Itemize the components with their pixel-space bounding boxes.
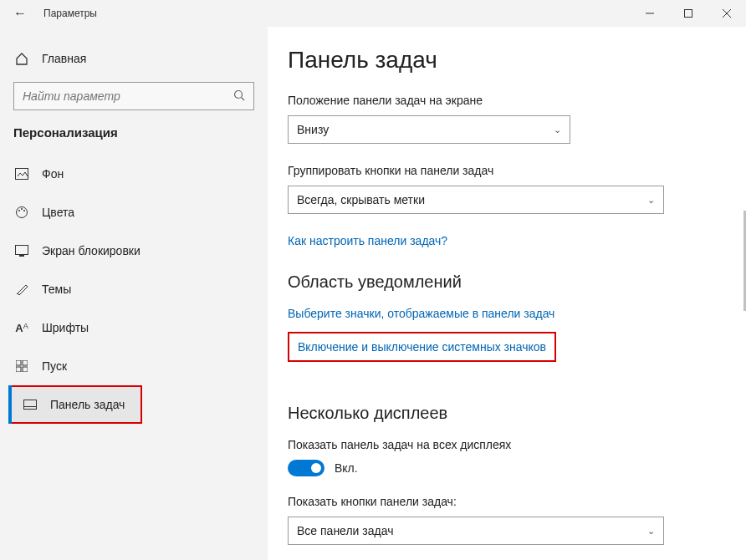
home-icon	[13, 52, 30, 65]
sidebar-item-start[interactable]: Пуск	[0, 347, 268, 385]
svg-rect-12	[19, 255, 24, 257]
nav-label: Фон	[42, 167, 64, 181]
back-button[interactable]: ←	[0, 0, 40, 27]
select-icons-link[interactable]: Выберите значки, отображаемые в панели з…	[288, 307, 721, 320]
picture-icon	[13, 168, 30, 180]
sidebar-item-colors[interactable]: Цвета	[0, 193, 268, 232]
svg-rect-16	[23, 367, 28, 372]
home-label: Главная	[42, 52, 86, 65]
window-title: Параметры	[40, 8, 97, 19]
svg-rect-1	[685, 10, 692, 18]
system-icons-link[interactable]: Включение и выключение системных значков	[288, 332, 556, 362]
window-controls	[631, 0, 746, 27]
sidebar-item-themes[interactable]: Темы	[0, 270, 268, 308]
category-heading: Персонализация	[0, 125, 268, 155]
minimize-icon	[646, 9, 654, 18]
close-icon	[723, 9, 731, 18]
page-title: Панель задач	[288, 47, 721, 74]
title-bar: ← Параметры	[0, 0, 746, 27]
sidebar: Главная Персонализация Фон Цвета Экран б…	[0, 27, 268, 560]
start-icon	[13, 360, 30, 372]
svg-rect-17	[24, 400, 37, 410]
svg-point-4	[235, 90, 243, 98]
sidebar-item-lockscreen[interactable]: Экран блокировки	[0, 232, 268, 270]
customize-link[interactable]: Как настроить панели задач?	[288, 234, 721, 247]
nav-label: Темы	[42, 283, 71, 296]
group-label: Группировать кнопки на панели задач	[288, 164, 721, 177]
sidebar-item-background[interactable]: Фон	[0, 155, 268, 193]
maximize-button[interactable]	[669, 0, 708, 27]
home-nav[interactable]: Главная	[0, 43, 268, 74]
taskbar-icon	[22, 400, 38, 410]
show-buttons-label: Показать кнопки панели задач:	[288, 495, 721, 508]
svg-rect-11	[16, 246, 28, 255]
maximize-icon	[684, 9, 692, 18]
notification-area-heading: Область уведомлений	[288, 272, 721, 292]
nav-label: Экран блокировки	[42, 244, 141, 257]
svg-rect-13	[16, 360, 21, 365]
show-all-displays-label: Показать панель задач на всех дисплеях	[288, 438, 721, 451]
sidebar-item-taskbar[interactable]: Панель задач	[8, 385, 142, 424]
themes-icon	[13, 283, 30, 296]
multiple-displays-heading: Несколько дисплеев	[288, 404, 721, 423]
svg-rect-15	[16, 367, 21, 372]
toggle-knob	[311, 463, 321, 473]
chevron-down-icon: ⌄	[647, 526, 655, 537]
chevron-down-icon: ⌄	[647, 195, 655, 206]
nav-label: Пуск	[42, 359, 67, 373]
show-all-displays-toggle[interactable]	[288, 460, 324, 476]
position-dropdown[interactable]: Внизу ⌄	[288, 115, 570, 144]
lock-screen-icon	[13, 245, 30, 257]
group-dropdown[interactable]: Всегда, скрывать метки ⌄	[288, 186, 664, 214]
toggle-state-label: Вкл.	[335, 461, 358, 475]
nav-label: Шрифты	[42, 321, 89, 334]
palette-icon	[13, 206, 30, 219]
show-buttons-dropdown[interactable]: Все панели задач ⌄	[288, 517, 664, 545]
svg-line-5	[242, 97, 245, 100]
minimize-button[interactable]	[631, 0, 669, 27]
search-icon	[233, 89, 245, 104]
fonts-icon: AA	[13, 322, 30, 334]
nav-label: Цвета	[42, 206, 74, 219]
close-button[interactable]	[708, 0, 746, 27]
nav-label: Панель задач	[50, 398, 125, 411]
svg-point-10	[23, 210, 25, 211]
chevron-down-icon: ⌄	[554, 125, 561, 135]
svg-rect-14	[23, 360, 28, 365]
svg-point-8	[18, 210, 20, 211]
dropdown-value: Все панели задач	[297, 524, 393, 537]
search-input[interactable]	[23, 89, 233, 103]
dropdown-value: Внизу	[297, 123, 329, 136]
position-label: Положение панели задач на экране	[288, 94, 721, 107]
svg-point-9	[21, 208, 23, 210]
dropdown-value: Всегда, скрывать метки	[297, 193, 425, 206]
main-content: Панель задач Положение панели задач на э…	[268, 27, 746, 560]
search-box[interactable]	[13, 82, 254, 110]
sidebar-item-fonts[interactable]: AA Шрифты	[0, 308, 268, 347]
